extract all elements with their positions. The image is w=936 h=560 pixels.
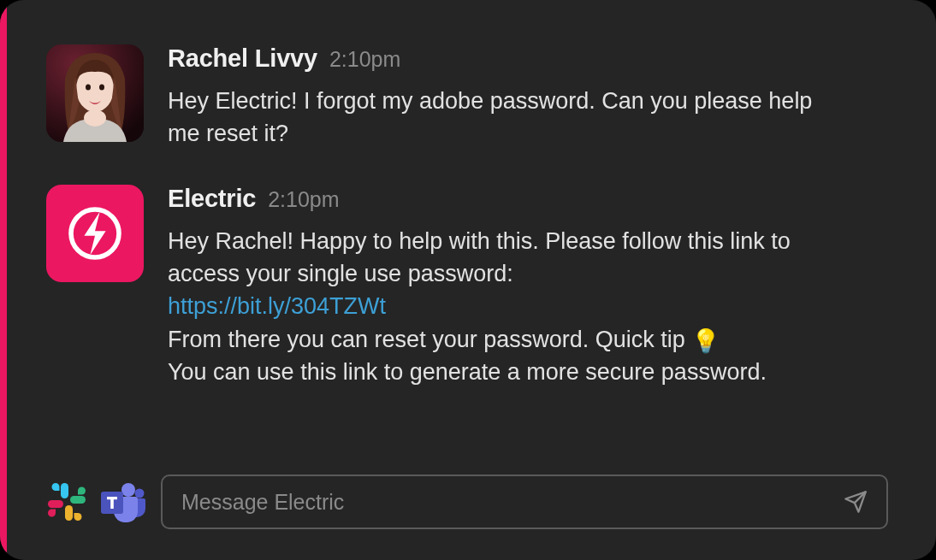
message-text-part: From there you can reset your password. … xyxy=(168,327,685,352)
svg-rect-8 xyxy=(65,505,73,521)
accent-bar xyxy=(0,0,7,560)
teams-icon[interactable] xyxy=(99,481,145,522)
message-timestamp: 2:10pm xyxy=(329,47,400,72)
sender-name: Rachel Livvy xyxy=(168,44,317,73)
message-row: Rachel Livvy 2:10pm Hey Electric! I forg… xyxy=(46,44,888,150)
message-row: Electric 2:10pm Hey Rachel! Happy to hel… xyxy=(46,185,888,389)
message-input[interactable]: Message Electric xyxy=(161,475,888,529)
bolt-icon xyxy=(65,203,125,263)
svg-rect-6 xyxy=(61,483,68,498)
svg-point-10 xyxy=(121,483,135,497)
avatar-user[interactable] xyxy=(46,44,144,142)
svg-rect-9 xyxy=(48,500,63,508)
avatar-bot[interactable] xyxy=(46,185,144,282)
message-timestamp: 2:10pm xyxy=(268,187,339,212)
message-header: Electric 2:10pm xyxy=(168,185,888,213)
message-header: Rachel Livvy 2:10pm xyxy=(168,44,888,73)
message-text: Hey Rachel! Happy to help with this. Ple… xyxy=(168,225,835,389)
svg-point-4 xyxy=(84,109,106,127)
svg-point-3 xyxy=(99,85,104,91)
lightbulb-icon: 💡 xyxy=(691,325,720,357)
message-text-part: You can use this link to generate a more… xyxy=(168,359,767,385)
reset-link[interactable]: https://bit.ly/304TZWt xyxy=(168,293,386,319)
svg-point-2 xyxy=(86,85,91,91)
chat-window: Rachel Livvy 2:10pm Hey Electric! I forg… xyxy=(0,0,936,560)
message-body: Electric 2:10pm Hey Rachel! Happy to hel… xyxy=(168,185,888,389)
user-avatar-illustration xyxy=(46,44,144,142)
sender-name: Electric xyxy=(168,185,256,213)
send-icon[interactable] xyxy=(844,490,868,514)
message-text: Hey Electric! I forgot my adobe password… xyxy=(168,85,835,150)
svg-point-11 xyxy=(135,489,145,498)
content-area: Rachel Livvy 2:10pm Hey Electric! I forg… xyxy=(7,0,936,560)
slack-icon[interactable] xyxy=(46,481,87,522)
input-placeholder: Message Electric xyxy=(181,490,832,515)
composer-row: Message Electric xyxy=(46,475,888,534)
message-text-part: Hey Rachel! Happy to help with this. Ple… xyxy=(168,228,791,286)
message-body: Rachel Livvy 2:10pm Hey Electric! I forg… xyxy=(168,44,888,150)
svg-rect-7 xyxy=(70,496,86,504)
integration-icons xyxy=(46,481,145,522)
